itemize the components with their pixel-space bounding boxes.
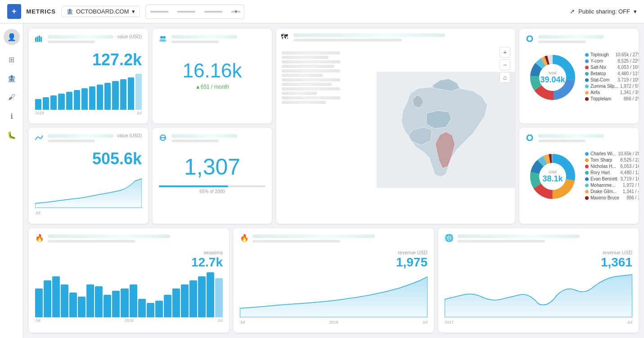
legend-row: Maximo Bruce 886 / 2% <box>585 195 639 200</box>
donut-total-label: total <box>542 170 563 174</box>
sidebar-item-brush[interactable]: 🖌 <box>4 89 20 105</box>
sessions-bar <box>189 280 197 317</box>
card-title-blur <box>457 234 580 238</box>
card-sub-blur <box>48 41 95 43</box>
legend-name: Betatop <box>590 71 616 76</box>
legend-row: Nicholas H... 6,053 / 16% <box>585 164 639 169</box>
bar <box>89 86 95 110</box>
legend-dot <box>585 184 589 187</box>
label-right: Jul <box>422 320 428 324</box>
add-button[interactable]: + <box>7 4 21 19</box>
chart-labels: Jul 2018 Jul <box>35 318 223 323</box>
donut-bottom-icon <box>526 134 535 141</box>
legend-row: Tom Sharp 8,525 / 22% <box>585 158 639 162</box>
svg-rect-3 <box>41 37 42 42</box>
map-card: 🗺 <box>276 29 515 224</box>
zoom-out-button[interactable]: − <box>500 59 510 70</box>
chart-labels: 2017 Jul <box>445 320 632 324</box>
legend-value: 886 / 2% <box>624 96 639 101</box>
donut-total-value: 39.04k <box>540 75 565 85</box>
pipeline-card: value (USD) 505.6k Jul <box>29 128 148 223</box>
label-left: Jul <box>240 320 245 324</box>
sidebar-item-bug[interactable]: 🐛 <box>4 127 20 143</box>
legend-dot <box>585 190 589 194</box>
sessions-bar <box>95 286 103 317</box>
sessions-bar <box>104 295 111 317</box>
legend-name: Drake Gilm... <box>590 189 621 194</box>
bar <box>50 95 57 110</box>
svg-rect-0 <box>35 37 36 42</box>
company-selector[interactable]: 🏦 OCTOBOARD.COM ▾ <box>61 6 140 17</box>
card-header: 🔥 <box>240 234 428 247</box>
bar <box>104 83 111 110</box>
card-title-blur <box>48 134 113 138</box>
big-value: 1,307 <box>159 149 266 182</box>
card-sub-blur <box>252 240 340 243</box>
sessions-bar <box>181 284 189 317</box>
bar-chart <box>35 74 142 110</box>
chart-labels: Jul 2018 Jul <box>240 320 428 324</box>
donut-legend: Toptough 10.65k / 27% Y-com 8,525 / 22% … <box>585 52 639 103</box>
map-icon: 🗺 <box>281 33 290 41</box>
legend-name: Maximo Bruce <box>590 195 625 200</box>
big-value: 16.16k <box>159 50 266 84</box>
dashboard-selector[interactable]: ▾ <box>145 5 244 19</box>
donut-icon <box>526 35 535 42</box>
card-title-area <box>457 234 632 247</box>
sidebar-item-info[interactable]: ℹ <box>4 108 20 124</box>
sessions-bar <box>207 272 214 317</box>
company-icon: 🏦 <box>66 8 73 15</box>
company-chevron-icon: ▾ <box>132 8 135 15</box>
value-label: value (USD) <box>117 34 142 39</box>
legend-value: 4,480 / 11% <box>617 71 639 76</box>
share-button[interactable]: ↗ Public sharing: OFF ▾ <box>570 8 637 15</box>
bar <box>81 88 88 110</box>
sub-value: ▲651 / month <box>159 84 266 90</box>
legend-value: 4,480 / 12% <box>620 170 639 175</box>
map-controls: + − ⌂ <box>500 47 510 83</box>
legend-name: Tripplelam <box>590 96 622 101</box>
zoom-in-button[interactable]: + <box>500 47 510 58</box>
legend-name: Tom Sharp <box>590 158 618 162</box>
legend-row: Tripplelam 886 / 2% <box>585 96 639 101</box>
legend-value: 10.65k / 28% <box>618 151 639 156</box>
donut-container: total 38.1k Charles Wi... 10.65k / 28% T… <box>526 149 632 203</box>
sessions-bar <box>164 295 171 317</box>
sidebar-item-bank[interactable]: 🏦 <box>4 70 20 86</box>
user-avatar[interactable]: 👤 <box>4 29 20 45</box>
bar-highlight <box>135 74 142 110</box>
legend-value: 3,719 / 10% <box>620 176 639 181</box>
card-title-area <box>538 35 632 48</box>
legend-value: 6,053 / 16% <box>620 164 639 169</box>
sessions-value: 12.7k <box>35 255 223 270</box>
revenue2-value: 1,361 <box>445 255 632 270</box>
sessions-bar <box>44 280 51 317</box>
legend-dot <box>585 152 589 156</box>
card-title-area <box>171 35 266 48</box>
bar <box>112 81 118 110</box>
progress-track <box>159 185 266 187</box>
legend-name: Nicholas H... <box>590 164 618 169</box>
legend-value: 1,341 / 4% <box>623 189 639 194</box>
card-sub-blur <box>171 140 219 142</box>
card-sub-blur <box>457 240 545 243</box>
sessions-bar <box>69 293 77 317</box>
legend-name: Zumma Silp... <box>590 84 618 89</box>
legend-value: 886 / 2% <box>626 195 639 200</box>
home-button[interactable]: ⌂ <box>500 72 510 83</box>
legend-row: Airfa 1,341 / 3% <box>585 90 639 95</box>
sessions-bar <box>121 288 128 317</box>
bar <box>120 79 126 110</box>
card-title-area <box>171 134 266 147</box>
chart-label: Jul <box>35 211 41 215</box>
card-sub-blur <box>171 41 219 43</box>
sidebar-item-dashboard[interactable]: ⊞ <box>4 51 20 68</box>
legend-row: Evan Bennett 3,719 / 10% <box>585 176 639 181</box>
main-content: value (USD) 127.2k 2018 Jul <box>23 23 644 338</box>
legend-dot <box>585 165 589 168</box>
sessions-bar <box>215 278 223 317</box>
sessions-icon: 🔥 <box>35 234 44 242</box>
donut-chart: total 38.1k <box>526 149 580 203</box>
top-nav: + METRICS 🏦 OCTOBOARD.COM ▾ ▾ ↗ Public s… <box>0 0 644 23</box>
legend-dot <box>585 66 589 69</box>
